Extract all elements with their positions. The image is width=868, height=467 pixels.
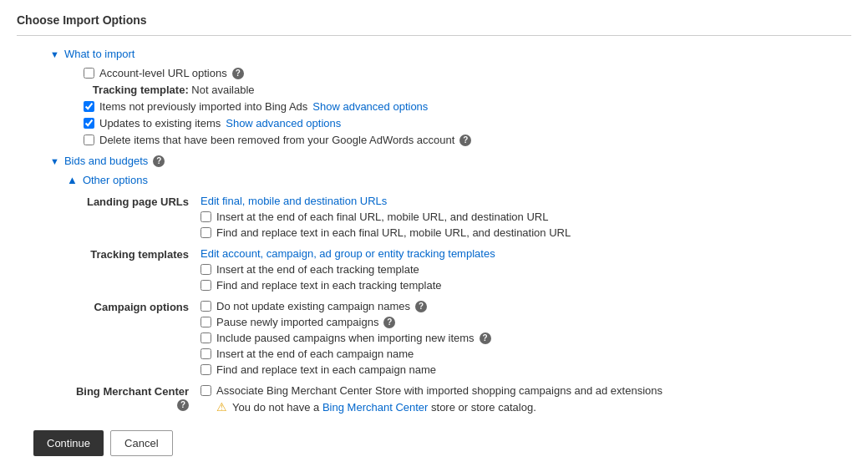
no-update-names-row: Do not update existing campaign names ? [201,300,851,312]
tracking-templates-content: Edit account, campaign, ad group or enti… [201,247,851,295]
new-items-row: Items not previously imported into Bing … [84,100,851,113]
bids-budgets-help-icon[interactable]: ? [153,155,165,167]
tracking-template-row: Tracking template: Not available [84,84,851,96]
no-update-names-label: Do not update existing campaign names [216,300,410,312]
insert-final-row: Insert at the end of each final URL, mob… [201,211,851,223]
warning-text: You do not have a Bing Merchant Center s… [232,401,536,414]
delete-items-checkbox[interactable] [84,135,94,145]
landing-page-urls-row: Landing page URLs Edit final, mobile and… [67,195,851,242]
what-to-import-label: What to import [64,48,135,60]
pause-imported-row: Pause newly imported campaigns ? [201,316,851,328]
include-paused-label: Include paused campaigns when importing … [216,332,475,344]
continue-button[interactable]: Continue [33,430,104,456]
new-items-advanced-link[interactable]: Show advanced options [312,100,428,113]
warning-icon: ⚠ [216,400,227,414]
landing-page-urls-label: Landing page URLs [67,195,201,208]
find-replace-campaign-label: Find and replace text in each campaign n… [216,363,436,376]
updates-advanced-link[interactable]: Show advanced options [226,117,341,129]
bids-budgets-arrow: ▼ [50,156,59,166]
insert-campaign-checkbox[interactable] [201,348,211,359]
page-title: Choose Import Options [17,13,851,36]
other-options-arrow: ▲ [67,174,78,186]
include-paused-checkbox[interactable] [201,332,211,343]
new-items-checkbox[interactable] [84,101,94,112]
what-to-import-header[interactable]: ▼ What to import [50,48,851,60]
updates-label: Updates to existing items [99,117,221,129]
find-replace-tracking-row: Find and replace text in each tracking t… [201,279,851,292]
bing-merchant-content: Associate Bing Merchant Center Store wit… [201,384,851,414]
insert-final-label: Insert at the end of each final URL, mob… [216,211,548,223]
insert-tracking-label: Insert at the end of each tracking templ… [216,263,419,276]
delete-items-label: Delete items that have been removed from… [99,134,454,146]
insert-campaign-row: Insert at the end of each campaign name [201,348,851,360]
account-url-checkbox[interactable] [84,68,94,79]
landing-page-urls-content: Edit final, mobile and destination URLs … [201,195,851,242]
pause-imported-checkbox[interactable] [201,317,211,327]
associate-merchant-row: Associate Bing Merchant Center Store wit… [201,384,851,397]
pause-imported-help-icon[interactable]: ? [383,317,395,328]
associate-merchant-checkbox[interactable] [201,385,211,396]
find-replace-final-row: Find and replace text in each final URL,… [201,226,851,239]
other-options-label: Other options [83,174,148,186]
insert-tracking-row: Insert at the end of each tracking templ… [201,263,851,276]
find-replace-campaign-checkbox[interactable] [201,364,211,375]
find-replace-tracking-checkbox[interactable] [201,280,211,291]
updates-row: Updates to existing items Show advanced … [84,117,851,129]
what-to-import-arrow: ▼ [50,49,59,59]
insert-campaign-label: Insert at the end of each campaign name [216,348,414,360]
delete-items-row: Delete items that have been removed from… [84,134,851,146]
new-items-label: Items not previously imported into Bing … [99,100,307,113]
updates-checkbox[interactable] [84,118,94,129]
account-url-help-icon[interactable]: ? [232,68,244,79]
bing-merchant-center-link[interactable]: Bing Merchant Center [322,401,428,414]
footer-buttons: Continue Cancel [33,430,851,456]
find-replace-final-label: Find and replace text in each final URL,… [216,226,571,239]
pause-imported-label: Pause newly imported campaigns [216,316,378,328]
other-options-header[interactable]: ▲ Other options [67,174,851,186]
delete-items-help-icon[interactable]: ? [459,135,471,146]
no-update-names-checkbox[interactable] [201,301,211,312]
campaign-options-label: Campaign options [67,300,201,313]
insert-final-checkbox[interactable] [201,211,211,222]
campaign-options-row: Campaign options Do not update existing … [67,300,851,379]
account-url-row: Account-level URL options ? [84,67,851,79]
tracking-templates-row: Tracking templates Edit account, campaig… [67,247,851,295]
other-options-content: Landing page URLs Edit final, mobile and… [67,195,851,414]
what-to-import-section: ▼ What to import Account-level URL optio… [17,48,851,146]
include-paused-row: Include paused campaigns when importing … [201,332,851,344]
include-paused-help-icon[interactable]: ? [480,332,491,344]
cancel-button[interactable]: Cancel [110,430,172,456]
bing-merchant-row: Bing Merchant Center ? Associate Bing Me… [67,384,851,414]
no-update-names-help-icon[interactable]: ? [415,301,427,312]
bing-merchant-warning: ⚠ You do not have a Bing Merchant Center… [216,400,851,414]
tracking-templates-desc: Edit account, campaign, ad group or enti… [201,247,851,260]
bing-merchant-label: Bing Merchant Center ? [67,384,201,411]
associate-merchant-label: Associate Bing Merchant Center Store wit… [216,384,662,397]
find-replace-campaign-row: Find and replace text in each campaign n… [201,363,851,376]
campaign-options-content: Do not update existing campaign names ? … [201,300,851,379]
tracking-template-value: Not available [191,84,254,96]
insert-tracking-checkbox[interactable] [201,264,211,275]
landing-page-urls-desc: Edit final, mobile and destination URLs [201,195,851,207]
bids-budgets-header[interactable]: ▼ Bids and budgets ? [50,155,851,167]
find-replace-tracking-label: Find and replace text in each tracking t… [216,279,442,292]
account-url-label: Account-level URL options [99,67,227,79]
bids-budgets-label: Bids and budgets [64,155,148,167]
tracking-template-label: Tracking template: [93,84,189,96]
bing-merchant-help-icon[interactable]: ? [177,399,189,411]
bids-budgets-section: ▼ Bids and budgets ? ▲ Other options Lan… [17,155,851,414]
tracking-templates-label: Tracking templates [67,247,201,261]
find-replace-final-checkbox[interactable] [201,227,211,238]
what-to-import-content: Account-level URL options ? Tracking tem… [84,67,851,146]
